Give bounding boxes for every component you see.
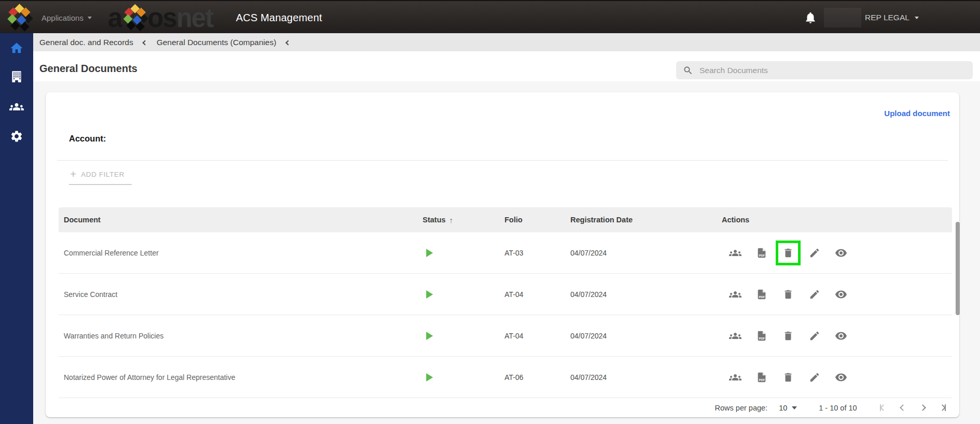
pdf-file-icon: PDF (756, 247, 767, 259)
search-icon (683, 65, 693, 76)
trash-icon (782, 288, 794, 301)
sidebar-item-home[interactable] (0, 41, 33, 55)
view-pdf-button[interactable]: PDF (755, 288, 768, 301)
edit-button[interactable] (808, 288, 821, 301)
add-filter-button[interactable]: + ADD FILTER (69, 170, 132, 185)
page-title: General Documents (39, 63, 137, 75)
delete-button-highlighted[interactable] (782, 247, 794, 259)
registration-date-cell: 04/07/2024 (570, 274, 607, 315)
table-row: Service Contract AT-04 04/07/2024 PDF (59, 274, 952, 315)
breadcrumb: General doc. and Records General Documen… (33, 33, 980, 51)
view-pdf-button[interactable]: PDF (755, 371, 768, 384)
brand-letters-os: os (147, 3, 176, 33)
eye-icon (835, 330, 847, 342)
user-menu[interactable]: REP LEGAL (865, 1, 919, 34)
preview-button[interactable] (835, 371, 847, 384)
status-cell (426, 315, 433, 357)
building-icon (10, 70, 23, 83)
preview-button[interactable] (835, 330, 847, 342)
preview-button[interactable] (835, 247, 847, 259)
column-header-actions: Actions (722, 207, 749, 232)
chevron-left-icon (142, 40, 147, 45)
edit-button[interactable] (808, 247, 821, 259)
table-row: Commercial Reference Letter AT-03 04/07/… (59, 232, 952, 274)
rows-per-page-label: Rows per page: (715, 404, 768, 412)
column-header-folio[interactable]: Folio (505, 207, 523, 232)
folio-cell: AT-04 (505, 315, 523, 357)
people-group-icon (9, 100, 24, 114)
axosnet-brand-watermark: a os net (108, 3, 213, 33)
pencil-icon (809, 289, 820, 300)
last-page-button[interactable] (940, 404, 946, 411)
rows-per-page-value: 10 (779, 404, 787, 412)
delete-button[interactable] (782, 288, 794, 301)
pagination-range: 1 - 10 of 10 (819, 404, 857, 412)
document-name: Service Contract (64, 274, 117, 315)
vertical-scrollbar-thumb[interactable] (956, 222, 960, 315)
trash-icon (782, 371, 794, 384)
svg-text:PDF: PDF (759, 337, 765, 340)
add-filter-label: ADD FILTER (81, 171, 124, 178)
sidebar-item-settings[interactable] (0, 130, 33, 143)
eye-icon (835, 288, 847, 301)
pencil-icon (809, 372, 820, 383)
previous-page-button[interactable] (901, 405, 905, 410)
notifications-bell-icon[interactable] (804, 11, 817, 24)
folio-cell: AT-06 (505, 357, 523, 398)
first-page-button[interactable] (880, 404, 886, 411)
axosnet-diamond-icon (123, 5, 146, 31)
sidebar-item-users[interactable] (0, 100, 33, 114)
share-users-button[interactable] (729, 371, 741, 384)
eye-icon (835, 371, 847, 384)
upload-document-button[interactable]: Upload document (884, 109, 950, 118)
delete-button[interactable] (782, 330, 794, 342)
edit-button[interactable] (808, 330, 821, 342)
delete-button[interactable] (782, 371, 794, 384)
sidebar-item-companies[interactable] (0, 70, 33, 83)
actions-cell: PDF (729, 357, 847, 398)
view-pdf-button[interactable]: PDF (755, 330, 768, 342)
status-header-label: Status (423, 216, 445, 224)
column-header-document[interactable]: Document (64, 207, 101, 232)
folio-cell: AT-03 (505, 232, 523, 274)
column-header-status[interactable]: Status ↑ (423, 207, 453, 232)
status-active-icon (426, 332, 433, 340)
view-pdf-button[interactable]: PDF (755, 247, 768, 259)
share-users-button[interactable] (729, 288, 741, 301)
search-box[interactable] (676, 61, 973, 79)
edit-button[interactable] (808, 371, 821, 384)
folio-cell: AT-04 (505, 274, 523, 315)
chevron-left-icon (285, 40, 290, 45)
status-active-icon (426, 249, 433, 257)
preview-button[interactable] (835, 288, 847, 301)
applications-menu-label: Applications (41, 13, 83, 22)
sort-ascending-icon: ↑ (449, 216, 453, 224)
table-pagination: Rows per page: 10 1 - 10 of 10 (46, 398, 959, 417)
status-cell (426, 232, 433, 274)
applications-menu[interactable]: Applications (41, 1, 92, 34)
search-input[interactable] (699, 66, 973, 75)
document-name: Commercial Reference Letter (64, 232, 159, 274)
share-users-button[interactable] (729, 247, 741, 259)
chevron-down-icon (915, 17, 919, 19)
divider (57, 160, 948, 161)
pdf-file-icon: PDF (756, 330, 767, 342)
breadcrumb-item-general-documents-companies[interactable]: General Documents (Companies) (157, 38, 276, 47)
pagination-nav (880, 404, 946, 411)
main-content: General Documents Upload document Accoun… (33, 51, 980, 424)
column-header-registration-date[interactable]: Registration Date (570, 207, 633, 232)
rows-per-page-select[interactable]: 10 (779, 404, 797, 412)
documents-table: Document Status ↑ Folio Registration Dat… (59, 207, 952, 398)
home-icon (9, 41, 24, 55)
share-users-button[interactable] (729, 330, 741, 342)
table-header-row: Document Status ↑ Folio Registration Dat… (59, 207, 952, 232)
page-toolbar: General Documents (33, 51, 980, 81)
next-page-button[interactable] (920, 405, 925, 410)
documents-card: Upload document Account: + ADD FILTER Do… (46, 92, 959, 417)
registration-date-cell: 04/07/2024 (570, 357, 607, 398)
table-row: Notarized Power of Attorney for Legal Re… (59, 357, 952, 398)
breadcrumb-item-general-doc-and-records[interactable]: General doc. and Records (39, 38, 133, 47)
people-group-icon (729, 371, 741, 384)
document-name: Warranties and Return Policies (64, 315, 163, 357)
actions-cell: PDF (729, 274, 847, 315)
